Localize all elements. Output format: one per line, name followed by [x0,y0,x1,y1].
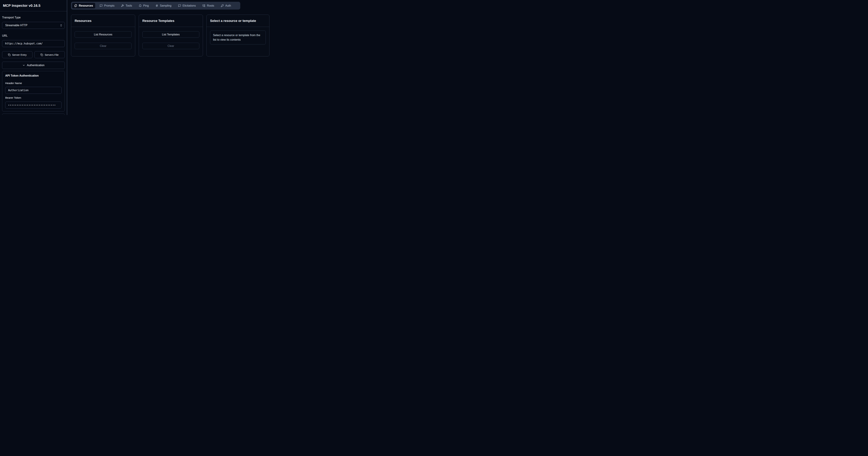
copy-icon [40,54,43,56]
folder-tree-icon [203,4,205,7]
resource-detail-panel-body: Select a resource or template from the l… [207,27,269,44]
collapsed-panel-partial [2,114,65,115]
sidebar: MCP Inspector v0.16.5 Transport Type Str… [0,0,67,115]
tab-label: Roots [207,4,214,7]
panels-row: Resources List Resources Clear Resource … [71,14,272,56]
files-icon [74,4,77,7]
copy-icon [8,54,10,56]
transport-type-value: Streamable HTTP [5,24,27,27]
tab-elicitations[interactable]: Elicitations [176,3,198,9]
app-window: MCP Inspector v0.16.5 Transport Type Str… [0,0,272,115]
tab-prompts[interactable]: Prompts [97,3,117,9]
authentication-label: Authentication [27,64,44,67]
hash-icon [155,4,158,7]
clear-templates-button[interactable]: Clear [142,43,199,49]
list-templates-button[interactable]: List Templates [142,31,199,38]
header-name-input[interactable] [5,87,62,94]
tab-label: Auth [225,4,231,7]
bell-icon [139,4,142,7]
key-icon [221,4,224,7]
hammer-icon [121,4,124,7]
app-title: MCP Inspector v0.16.5 [3,4,40,8]
resource-templates-panel-body: List Templates Clear [139,27,203,49]
resources-panel-header: Resources [71,15,135,27]
authentication-toggle-button[interactable]: Authentication [2,62,65,69]
resource-templates-panel-title: Resource Templates [142,19,174,23]
clear-resources-button[interactable]: Clear [75,43,132,49]
transport-type-select[interactable]: Streamable HTTP [2,22,65,29]
tab-sampling[interactable]: Sampling [153,3,174,9]
tab-tools[interactable]: Tools [119,3,134,9]
header-name-label: Header Name [5,82,62,85]
bearer-token-label: Bearer Token [5,96,62,99]
resources-panel-body: List Resources Clear [71,27,135,49]
resources-panel: Resources List Resources Clear [71,14,135,56]
list-resources-button[interactable]: List Resources [75,31,132,38]
chevrons-up-down-icon [60,24,62,27]
tab-resources[interactable]: Resources [72,3,95,9]
tab-ping[interactable]: Ping [136,3,151,9]
sidebar-header: MCP Inspector v0.16.5 [0,0,67,11]
resource-detail-panel-title: Select a resource or template [210,19,256,23]
servers-file-label: Servers File [44,53,59,56]
chevron-down-icon [22,64,25,67]
tab-label: Ping [143,4,149,7]
server-buttons-row: Server Entry Servers File [2,51,65,58]
resource-detail-panel: Select a resource or template Select a r… [207,14,270,56]
api-token-auth-panel: API Token Authentication Header Name Bea… [2,71,65,112]
transport-type-label: Transport Type [2,16,65,19]
resource-templates-panel-header: Resource Templates [139,15,203,27]
tab-label: Prompts [104,4,115,7]
tab-label: Resources [79,4,93,7]
server-entry-label: Server Entry [12,53,27,56]
tab-bar: Resources Prompts Tools Ping [71,2,240,9]
server-entry-button[interactable]: Server Entry [2,51,32,58]
tab-roots[interactable]: Roots [200,3,217,9]
url-input[interactable] [2,40,65,47]
api-token-auth-title: API Token Authentication [5,74,62,77]
tab-label: Sampling [160,4,172,7]
bearer-token-input[interactable] [5,101,62,109]
resource-detail-panel-header: Select a resource or template [207,15,269,27]
empty-state-message: Select a resource or template from the l… [210,31,266,44]
url-label: URL [2,34,65,37]
sidebar-body: Transport Type Streamable HTTP URL Serve… [0,11,67,115]
message-icon [100,4,102,7]
main-content: Resources Prompts Tools Ping [67,0,272,115]
tab-label: Tools [125,4,132,7]
resources-panel-title: Resources [75,19,92,23]
resource-templates-panel: Resource Templates List Templates Clear [139,14,203,56]
tab-label: Elicitations [183,4,196,7]
tab-auth[interactable]: Auth [218,3,234,9]
servers-file-button[interactable]: Servers File [34,51,65,58]
message-icon [178,4,181,7]
